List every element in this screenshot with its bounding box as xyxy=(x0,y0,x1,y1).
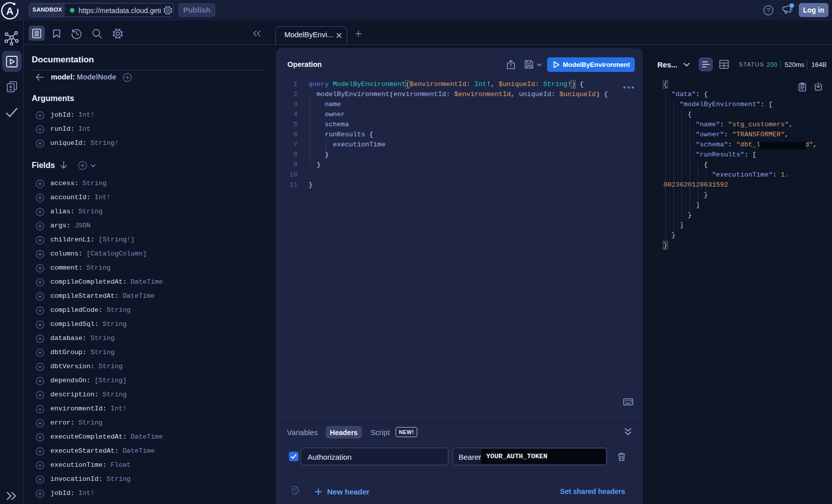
svg-text:?: ? xyxy=(767,7,770,14)
svg-text:A: A xyxy=(6,6,13,17)
